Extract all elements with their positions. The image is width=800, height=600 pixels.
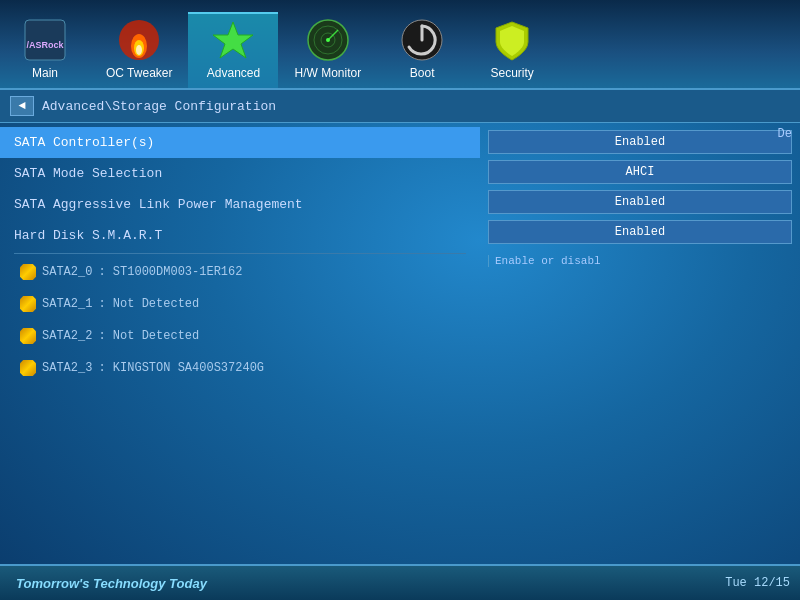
- nav-item-security[interactable]: Security: [467, 14, 557, 88]
- bottom-bar: Tomorrow's Technology Today Tue 12/15: [0, 564, 800, 600]
- sata-device-row-1: SATA2_1 : Not Detected: [0, 288, 480, 320]
- value-ahci[interactable]: AHCI: [488, 160, 792, 184]
- shield-icon: [490, 18, 534, 62]
- svg-marker-6: [213, 22, 253, 58]
- flame-icon: [117, 18, 161, 62]
- left-panel: SATA Controller(s) SATA Mode Selection S…: [0, 123, 480, 563]
- setting-row-hard-disk-smart[interactable]: Hard Disk S.M.A.R.T: [0, 220, 480, 251]
- nav-item-advanced[interactable]: Advanced: [188, 12, 278, 88]
- value-enabled-3[interactable]: Enabled: [488, 220, 792, 244]
- nav-label-security: Security: [490, 66, 533, 80]
- right-panel: De Enabled AHCI Enabled Enabled Enable o…: [480, 123, 800, 563]
- desc-prefix: De: [778, 127, 792, 141]
- sata-drive-icon-3: [20, 360, 36, 376]
- nav-item-oc-tweaker[interactable]: OC Tweaker: [90, 14, 188, 88]
- sata-device-row-2: SATA2_2 : Not Detected: [0, 320, 480, 352]
- main-content: SATA Controller(s) SATA Mode Selection S…: [0, 123, 800, 563]
- sata-device-row-3: SATA2_3 : KINGSTON SA400S37240G: [0, 352, 480, 384]
- svg-text:/ASRock: /ASRock: [26, 40, 64, 50]
- sata-drive-icon-2: [20, 328, 36, 344]
- nav-label-hw: H/W Monitor: [294, 66, 361, 80]
- back-button[interactable]: ◄: [10, 96, 34, 116]
- radar-icon: [306, 18, 350, 62]
- setting-row-sata-controllers[interactable]: SATA Controller(s): [0, 127, 480, 158]
- description-panel: Enable or disabl: [488, 255, 792, 267]
- svg-point-5: [136, 45, 142, 55]
- breadcrumb: Advanced\Storage Configuration: [42, 99, 276, 114]
- top-nav: /ASRock Main OC Tweaker Advanced: [0, 0, 800, 90]
- value-enabled-1[interactable]: Enabled: [488, 130, 792, 154]
- breadcrumb-bar: ◄ Advanced\Storage Configuration: [0, 90, 800, 123]
- nav-item-hw-monitor[interactable]: H/W Monitor: [278, 14, 377, 88]
- nav-item-main[interactable]: /ASRock Main: [0, 14, 90, 88]
- asrock-logo-icon: /ASRock: [23, 18, 67, 62]
- nav-label-main: Main: [32, 66, 58, 80]
- sata-device-row-0: SATA2_0 : ST1000DM003-1ER162: [0, 256, 480, 288]
- nav-item-boot[interactable]: Boot: [377, 14, 467, 88]
- divider: [14, 253, 466, 254]
- sata-drive-icon-1: [20, 296, 36, 312]
- value-enabled-2[interactable]: Enabled: [488, 190, 792, 214]
- clock: Tue 12/15: [725, 576, 790, 590]
- sata-drive-icon-0: [20, 264, 36, 280]
- setting-row-sata-aggressive[interactable]: SATA Aggressive Link Power Management: [0, 189, 480, 220]
- tagline: Tomorrow's Technology Today: [16, 576, 207, 591]
- power-icon: [400, 18, 444, 62]
- star-icon: [211, 18, 255, 62]
- nav-label-advanced: Advanced: [207, 66, 260, 80]
- nav-label-oc: OC Tweaker: [106, 66, 172, 80]
- setting-row-sata-mode[interactable]: SATA Mode Selection: [0, 158, 480, 189]
- nav-label-boot: Boot: [410, 66, 435, 80]
- description-text: Enable or disabl: [495, 255, 601, 267]
